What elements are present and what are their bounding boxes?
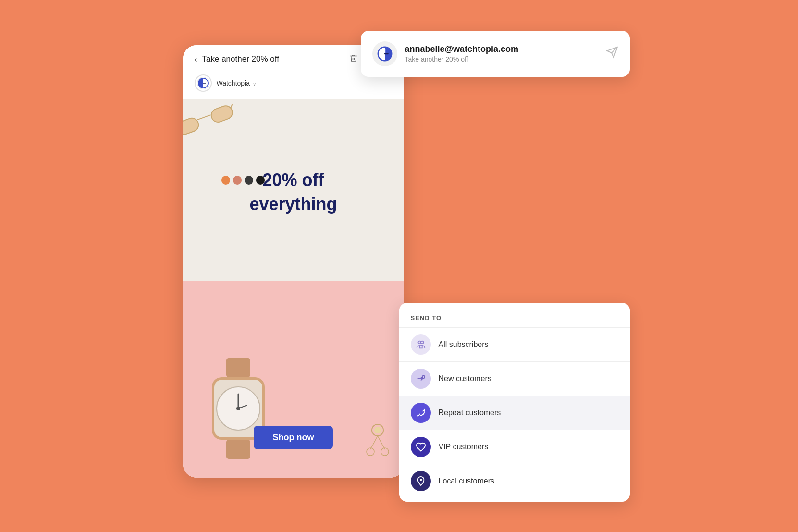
svg-point-21 (236, 407, 240, 410)
email-headline-line2: everything (249, 195, 337, 214)
email-headline-line1: 20% off (249, 171, 337, 190)
new-customers-label: New customers (439, 374, 491, 383)
phone-title: Take another 20% off (202, 54, 279, 64)
send-to-list: All subscribers New customers (399, 328, 630, 498)
send-icon[interactable] (606, 46, 618, 62)
send-to-card: SEND TO All subscribers (399, 303, 630, 502)
sender-chevron[interactable]: ∨ (253, 81, 256, 87)
svg-point-23 (374, 427, 381, 433)
sender-name: Watchtopia (217, 79, 250, 87)
svg-line-13 (230, 104, 233, 107)
all-subscribers-label: All subscribers (439, 340, 489, 349)
detail-info: annabelle@watchtopia.com Take another 20… (405, 44, 598, 63)
list-item[interactable]: All subscribers (399, 328, 630, 362)
vip-customers-label: VIP customers (439, 443, 489, 451)
svg-point-38 (422, 375, 425, 378)
send-to-title: SEND TO (399, 314, 630, 328)
sender-info: Watchtopia ∨ (217, 79, 257, 87)
list-item[interactable]: Repeat customers (399, 396, 630, 430)
all-subscribers-icon (411, 334, 431, 355)
svg-point-39 (419, 478, 422, 481)
dot-peach (233, 176, 242, 185)
list-item[interactable]: VIP customers (399, 430, 630, 464)
detail-subtitle: Take another 20% off (405, 55, 598, 63)
new-customers-icon (411, 369, 431, 389)
sender-logo (195, 74, 212, 92)
svg-rect-9 (183, 116, 200, 136)
repeat-customers-icon (411, 403, 431, 423)
detail-email: annabelle@watchtopia.com (405, 44, 598, 54)
back-button[interactable]: ‹ (195, 54, 197, 64)
trash-icon[interactable] (349, 54, 358, 65)
email-detail-card: annabelle@watchtopia.com Take another 20… (361, 31, 630, 77)
detail-logo (372, 41, 397, 66)
svg-rect-14 (226, 358, 250, 377)
shop-now-button[interactable]: Shop now (254, 426, 333, 449)
svg-line-11 (197, 115, 210, 120)
local-customers-label: Local customers (439, 477, 495, 485)
phone-header-left: ‹ Take another 20% off (195, 54, 279, 64)
svg-point-36 (421, 341, 424, 344)
repeat-customers-label: Repeat customers (439, 408, 501, 417)
svg-rect-10 (209, 104, 234, 124)
list-item[interactable]: New customers (399, 362, 630, 396)
scene: ‹ Take another 20% off (183, 31, 615, 502)
dot-orange (221, 176, 230, 185)
phone-card: ‹ Take another 20% off (183, 45, 404, 478)
sunglasses-decoration (183, 99, 239, 145)
svg-line-24 (370, 436, 378, 449)
jewelry-decoration (356, 421, 399, 473)
local-customers-icon (411, 471, 431, 491)
email-content: 20% off everything (183, 99, 404, 478)
svg-line-25 (378, 436, 385, 449)
list-item[interactable]: Local customers (399, 464, 630, 498)
svg-rect-15 (226, 440, 250, 459)
vip-customers-icon (411, 437, 431, 457)
